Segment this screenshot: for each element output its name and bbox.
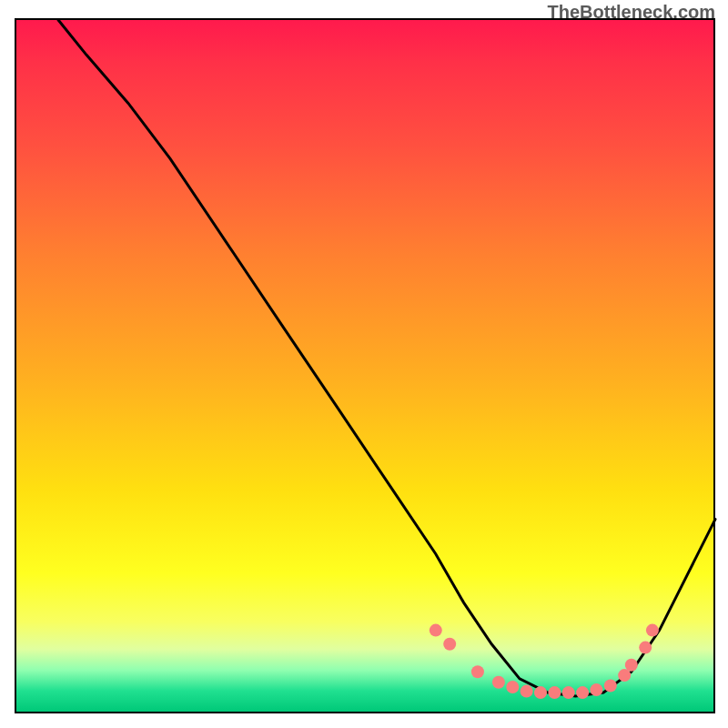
highlight-dot bbox=[534, 686, 547, 699]
highlight-dot bbox=[562, 686, 575, 699]
plot-area bbox=[15, 20, 713, 713]
chart-frame: TheBottleneck.com bbox=[0, 0, 728, 728]
highlight-dot bbox=[625, 659, 638, 672]
bottleneck-curve bbox=[58, 20, 715, 696]
highlight-dot bbox=[521, 685, 533, 698]
highlight-dot bbox=[471, 665, 484, 678]
highlight-dot bbox=[506, 681, 519, 693]
highlight-dot bbox=[646, 624, 659, 637]
highlight-dots bbox=[430, 624, 659, 700]
highlight-dot bbox=[443, 638, 456, 651]
highlight-dot bbox=[639, 642, 652, 654]
highlight-dot bbox=[548, 686, 561, 699]
highlight-dot bbox=[590, 683, 602, 696]
highlight-dot bbox=[618, 669, 631, 682]
highlight-dot bbox=[576, 686, 589, 699]
highlight-dot bbox=[492, 676, 505, 689]
highlight-dot bbox=[430, 624, 442, 637]
highlight-dot bbox=[604, 680, 617, 693]
curve-overlay bbox=[16, 20, 715, 713]
